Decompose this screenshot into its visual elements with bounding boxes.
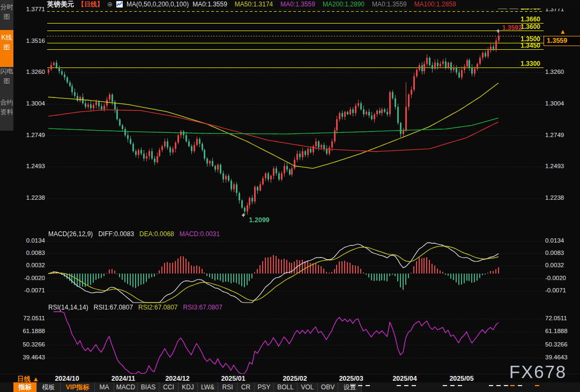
- macd-diff: DIFF:0.0083: [98, 230, 134, 238]
- toolbar-button-指标[interactable]: 指标: [13, 382, 37, 392]
- placeholder-dash: [518, 385, 522, 386]
- date-label-2025-01: 2025/01: [221, 375, 245, 382]
- main-tick-left: 1.2493: [15, 163, 45, 169]
- toolbar-button-PSY[interactable]: PSY: [255, 382, 274, 392]
- left-sidebar: 分时图K线图闪电图合约资料: [0, 0, 13, 131]
- rsi-title: RSI(14,14,14): [48, 304, 88, 311]
- rsi3-value: RSI3:67.0807: [183, 304, 222, 311]
- ma-value-4: MA200:1.2890: [323, 1, 365, 8]
- toolbar-button-模板[interactable]: 模板: [37, 382, 61, 392]
- rsi-tick-right: 50.3266: [545, 341, 577, 348]
- placeholder-dash: [450, 385, 455, 386]
- toolbar-button-OBV[interactable]: OBV: [318, 382, 338, 392]
- placeholder-dash: [351, 385, 355, 386]
- toolbar-button-CR[interactable]: CR: [237, 382, 255, 392]
- price-up-arrow-icon: ▲: [560, 29, 566, 34]
- main-tick-right: 1.3260: [545, 69, 577, 75]
- main-tick-left: 1.3004: [15, 100, 45, 107]
- placeholder-dash: [397, 385, 401, 386]
- main-tick-left: 1.3260: [15, 69, 45, 75]
- rsi-tick-left: 50.3266: [15, 341, 45, 348]
- placeholder-dash: [496, 385, 501, 386]
- toolbar-button-BOLL[interactable]: BOLL: [274, 382, 298, 392]
- macd-tick-right: -0.0020: [545, 275, 577, 281]
- sidebar-item-1[interactable]: 分时图: [0, 2, 13, 31]
- toolbar-button-RSI[interactable]: RSI: [218, 382, 237, 392]
- charting-app: 分时图K线图闪电图合约资料 英镑美元 【日线】 ⊕ MA(0,50,0,200,…: [0, 0, 580, 392]
- main-tick-right: 1.2493: [545, 163, 577, 169]
- toolbar-button-MACD[interactable]: MACD: [114, 382, 138, 392]
- date-axis: 日线 ▲ 2024/102024/112024/122025/012025/02…: [0, 374, 580, 383]
- main-tick-right: 1.2749: [545, 132, 577, 138]
- sidebar-item-2[interactable]: K线图: [0, 30, 13, 67]
- macd-tick-left: 0.0083: [15, 250, 45, 256]
- date-label-2025-05: 2025/05: [449, 375, 473, 382]
- toolbar-spacer: [0, 382, 13, 392]
- date-label-2025-03: 2025/03: [339, 375, 363, 382]
- macd-header: MACD(26,12,9) DIFF:0.0083 DEA:0.0068 MAC…: [48, 230, 220, 238]
- macd-tick-left: -0.0071: [15, 287, 45, 293]
- toolbar-button-BIAS[interactable]: BIAS: [138, 382, 159, 392]
- ma-values: MA0:1.3559MA50:1.3174MA0:1.3559MA200:1.2…: [192, 1, 456, 8]
- high-cross-marker: +: [496, 27, 500, 35]
- macd-tick-right: 0.0032: [545, 262, 577, 268]
- ma-value-6: MA100:1.2858: [414, 1, 456, 8]
- toolbar-button-VIP指标[interactable]: VIP指标: [61, 382, 95, 392]
- placeholder-dash: [366, 385, 370, 386]
- date-label-2025-02: 2025/02: [282, 375, 307, 382]
- placeholder-dash: [489, 385, 493, 386]
- rsi-tick-right: 72.0511: [545, 315, 577, 321]
- rsi-tick-left: 39.4643: [15, 354, 45, 360]
- watermark: FX678: [509, 362, 567, 382]
- placeholder-dash: [510, 385, 515, 386]
- placeholder-dash: [443, 385, 447, 386]
- date-label-2025-04: 2025/04: [392, 375, 417, 382]
- macd-tick-left: 0.0032: [15, 262, 45, 268]
- sidebar-item-3[interactable]: 闪电图: [0, 66, 13, 95]
- macd-title: MACD(26,12,9): [48, 230, 93, 238]
- add-indicator-icon[interactable]: ⊕: [107, 1, 113, 7]
- price-chart-canvas[interactable]: [47, 7, 544, 375]
- toolbar-button-MA[interactable]: MA: [95, 382, 114, 392]
- level-label-1.3660: 1.3660: [503, 16, 540, 23]
- low-price-label: 1.2099: [249, 216, 270, 224]
- macd-tick-left: 0.0134: [15, 237, 45, 244]
- recent-high-label: 1.3592: [502, 24, 522, 32]
- current-price-badge: 1.3559: [544, 36, 580, 46]
- main-tick-left: 1.2749: [15, 132, 45, 138]
- macd-macd: MACD:0.0031: [180, 230, 220, 238]
- placeholder-dash: [358, 385, 362, 386]
- macd-tick-right: 0.0134: [545, 237, 577, 244]
- ma-value-2: MA50:1.3174: [235, 1, 273, 8]
- toolbar-button-设置[interactable]: 设置: [338, 382, 362, 392]
- placeholder-dash: [404, 385, 408, 386]
- toolbar-button-VOL[interactable]: VOL: [298, 382, 318, 392]
- toolbar-button-LW&[interactable]: LW&: [198, 382, 218, 392]
- main-tick-right: 1.3004: [545, 100, 577, 107]
- placeholder-dash: [412, 385, 416, 386]
- chart-header: 英镑美元 【日线】 ⊕ MA(0,50,0,200,0,100) MA0:1.3…: [47, 0, 580, 9]
- placeholder-dash: [458, 385, 462, 386]
- main-tick-right: 1.2238: [545, 194, 577, 201]
- level-label-1.3300: 1.3300: [503, 60, 540, 67]
- rsi-tick-left: 72.0511: [15, 315, 45, 321]
- date-label-2024-10: 2024/10: [55, 375, 79, 382]
- date-label-2024-11: 2024/11: [111, 375, 136, 382]
- ma-value-1: MA0:1.3559: [192, 1, 227, 8]
- mini-chart-icon: [116, 1, 123, 7]
- rsi2-value: RSI2:67.0807: [138, 304, 177, 311]
- sidebar-item-4[interactable]: 合约资料: [0, 97, 13, 137]
- ma-settings: MA(0,50,0,200,0,100): [127, 1, 189, 8]
- rsi-header: RSI(14,14,14) RSI1:67.0807 RSI2:67.0807 …: [48, 304, 222, 311]
- toolbar-button-CCI[interactable]: CCI: [159, 382, 179, 392]
- macd-tick-right: -0.0071: [545, 287, 577, 293]
- low-cross-marker: +: [242, 212, 246, 219]
- main-tick-left: 1.3771: [15, 6, 45, 12]
- toolbar-button-KDJ[interactable]: KDJ: [179, 382, 198, 392]
- macd-dea: DEA:0.0068: [139, 230, 174, 238]
- level-label-1.3450: 1.3450: [503, 42, 540, 49]
- placeholder-dash: [504, 385, 508, 386]
- rsi1-value: RSI1:67.0807: [94, 304, 133, 311]
- rsi-tick-right: 61.1888: [545, 328, 577, 334]
- rsi-tick-right: 39.4643: [545, 354, 577, 360]
